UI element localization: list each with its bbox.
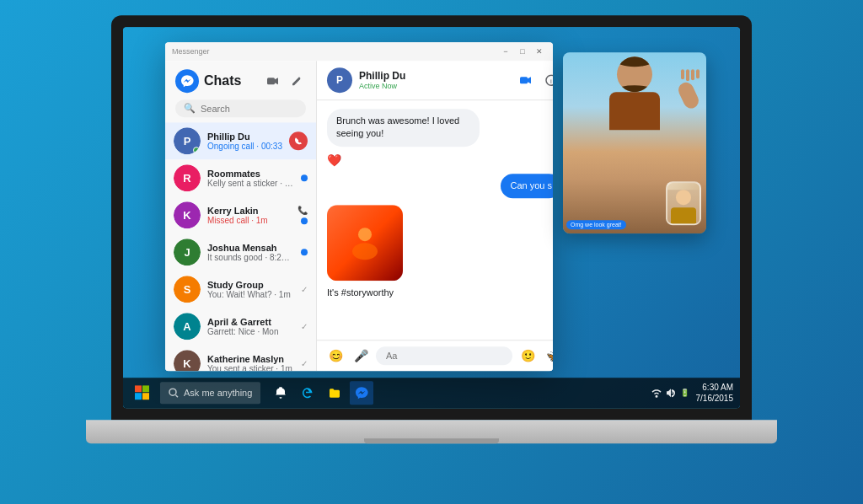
svg-point-7 — [352, 243, 378, 260]
emoji-like-button[interactable]: 😊 — [325, 346, 346, 366]
chat-name: Joshua Mensah — [207, 243, 294, 253]
chat-info: Katherine Maslyn You sent a sticker · 1m — [207, 354, 294, 372]
chat-info: Phillip Du Ongoing call · 00:33 — [207, 131, 282, 151]
laptop-base — [86, 420, 777, 443]
sidebar-header: Chats — [165, 61, 316, 122]
chat-preview: It sounds good · 8:24am — [207, 253, 294, 262]
laptop-bezel: Messenger − □ ✕ — [111, 15, 752, 420]
chat-header-actions: i — [516, 70, 553, 90]
chat-meta: 📞 — [297, 206, 308, 224]
video-call-icon[interactable] — [264, 72, 282, 90]
unread-dot — [301, 249, 308, 255]
video-main: Omg we look great! — [563, 52, 706, 233]
call-badge — [289, 131, 308, 150]
self-preview-video — [666, 181, 701, 225]
chat-preview: Missed call · 1m — [207, 216, 291, 225]
search-bar[interactable]: 🔍 — [175, 99, 306, 117]
sidebar-title-row: Chats — [175, 69, 306, 93]
svg-marker-1 — [275, 78, 278, 84]
chat-item[interactable]: K Katherine Maslyn You sent a sticker · … — [165, 345, 316, 371]
taskbar-right: 🔋 6:30 AM 7/16/2015 — [651, 382, 734, 404]
message-image — [327, 205, 403, 281]
chat-meta: ✓ — [301, 322, 308, 331]
body — [609, 92, 660, 130]
chat-item[interactable]: K Kerry Lakin Missed call · 1m 📞 — [165, 196, 316, 233]
online-indicator — [193, 147, 200, 153]
minimize-button[interactable]: − — [499, 46, 512, 57]
messenger-taskbar-logo-icon — [355, 386, 368, 399]
chat-info: Kerry Lakin Missed call · 1m — [207, 206, 291, 225]
chat-meta — [301, 249, 308, 255]
omg-message-bubble: Omg we look great! — [566, 220, 626, 229]
heart-reaction: ❤️ — [327, 153, 341, 167]
chat-name: Roommates — [207, 169, 294, 179]
svg-rect-10 — [135, 393, 142, 399]
close-button[interactable]: ✕ — [533, 46, 546, 57]
search-icon: 🔍 — [184, 103, 196, 114]
folder-icon — [329, 387, 340, 399]
chat-name: Katherine Maslyn — [207, 354, 294, 364]
svg-point-6 — [358, 228, 372, 241]
check-icon: ✓ — [301, 285, 308, 294]
butterfly-button[interactable]: 🦋 — [543, 346, 553, 366]
chat-preview: Kelly sent a sticker · 1m — [207, 179, 294, 188]
avatar: R — [174, 164, 201, 191]
edge-icon — [302, 387, 314, 399]
desktop-background: Messenger − □ ✕ — [0, 0, 863, 504]
chat-item[interactable]: S Study Group You: Wait! What? · 1m ✓ — [165, 271, 316, 308]
edit-icon[interactable] — [287, 72, 306, 90]
chat-item[interactable]: J Joshua Mensah It sounds good · 8:24am — [165, 233, 316, 271]
person-figure — [601, 56, 668, 130]
message-input-area: 😊 🎤 🙂 🦋 — [317, 340, 553, 371]
avatar: A — [174, 313, 201, 340]
avatar: K — [174, 350, 201, 371]
chat-meta: ✓ — [301, 285, 308, 294]
chat-panel: P Phillip Du Active Now — [317, 61, 553, 371]
maximize-button[interactable]: □ — [516, 46, 529, 57]
chat-item[interactable]: R Roommates Kelly sent a sticker · 1m — [165, 159, 316, 196]
check-icon: ✓ — [301, 359, 308, 368]
video-call-button[interactable] — [516, 70, 536, 90]
fingers — [681, 69, 700, 81]
notifications-taskbar-icon[interactable] — [269, 381, 292, 405]
chat-header-name: Phillip Du — [359, 70, 516, 82]
emoji-button[interactable]: 🙂 — [517, 346, 538, 366]
unread-dot — [301, 174, 308, 181]
mic-button[interactable]: 🎤 — [351, 346, 371, 366]
svg-line-13 — [176, 395, 179, 398]
taskbar-search-box[interactable]: Ask me anything — [160, 382, 260, 404]
edge-taskbar-icon[interactable] — [296, 381, 319, 405]
taskbar-search-text: Ask me anything — [184, 388, 252, 398]
video-call-panel: Omg we look great! — [563, 52, 706, 233]
start-button[interactable] — [130, 380, 155, 405]
hair-bottom — [617, 85, 652, 92]
laptop-screen: Messenger − □ ✕ — [123, 27, 740, 408]
time-display: 6:30 AM — [702, 382, 733, 393]
chat-meta — [289, 131, 308, 150]
explorer-taskbar-icon[interactable] — [323, 381, 346, 405]
messenger-body: Chats — [165, 61, 553, 371]
chat-preview: Ongoing call · 00:33 — [207, 142, 282, 151]
message-input[interactable] — [376, 346, 512, 365]
taskbar-system-icons: 🔋 — [651, 388, 689, 398]
chat-preview: Garrett: Nice · Mon — [207, 327, 294, 336]
svg-marker-3 — [528, 77, 531, 83]
chat-meta: ✓ — [301, 359, 308, 368]
phone-icon: 📞 — [297, 206, 308, 215]
taskbar-clock: 6:30 AM 7/16/2015 — [696, 382, 734, 404]
messenger-taskbar-icon[interactable] — [350, 381, 373, 405]
chat-list: P Phillip Du Ongoing call · 00:33 — [165, 122, 316, 371]
chat-item[interactable]: A April & Garrett Garrett: Nice · Mon ✓ — [165, 308, 316, 345]
search-input[interactable] — [201, 104, 297, 114]
avatar: S — [174, 276, 201, 303]
chat-info: Study Group You: Wait! What? · 1m — [207, 280, 294, 299]
window-app-label: Messenger — [172, 47, 210, 56]
window-titlebar: Messenger − □ ✕ — [165, 42, 553, 61]
taskbar-app-icons — [269, 381, 373, 405]
chat-item[interactable]: P Phillip Du Ongoing call · 00:33 — [165, 122, 316, 159]
story-text: It's #storyworthy — [327, 287, 394, 298]
chat-name: Kerry Lakin — [207, 206, 291, 216]
info-button[interactable]: i — [541, 70, 553, 90]
sidebar-title-icons — [264, 72, 306, 90]
chat-info: April & Garrett Garrett: Nice · Mon — [207, 317, 294, 336]
